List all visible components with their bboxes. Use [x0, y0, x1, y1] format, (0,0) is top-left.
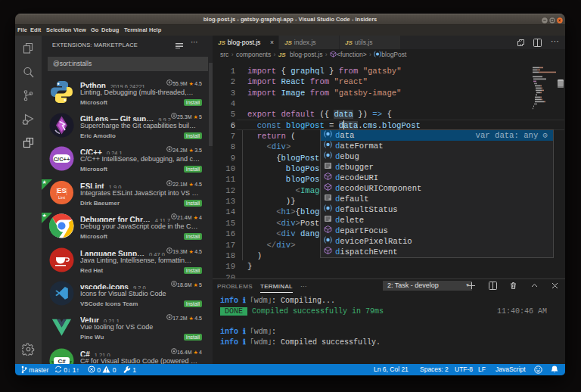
svg-text:C#: C#: [57, 358, 66, 364]
svg-text:C/C++: C/C++: [54, 156, 70, 163]
svg-text:Lint: Lint: [58, 195, 65, 200]
svg-text:ES: ES: [57, 186, 67, 194]
